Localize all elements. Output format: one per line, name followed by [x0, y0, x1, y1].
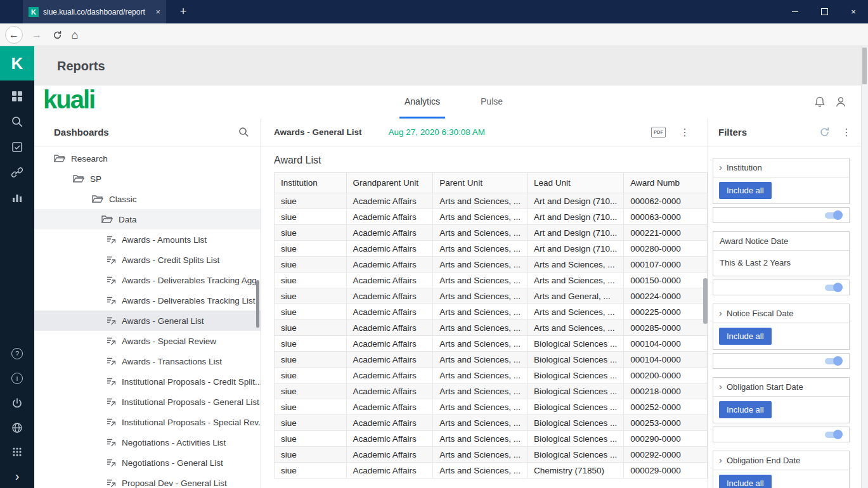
browser-tab[interactable]: K siue.kuali.co/dashboard/report ×	[23, 0, 166, 23]
table-row[interactable]: siueAcademic AffairsArts and Sciences, .…	[275, 241, 708, 257]
tree-item-negotiations-general-list[interactable]: Negotiations - General List	[34, 453, 261, 473]
chevron-right-icon[interactable]: ›	[719, 162, 722, 172]
tab-pulse[interactable]: Pulse	[476, 86, 508, 117]
power-icon[interactable]	[11, 397, 23, 409]
tree-item-institutional-proposals-special-rev[interactable]: Institutional Proposals - Special Rev...	[34, 412, 261, 432]
tree-folder-data[interactable]: Data	[34, 209, 261, 229]
include-all-button[interactable]: Include all	[719, 328, 772, 345]
dashboards-search-icon[interactable]	[238, 127, 249, 138]
tree-item-awards-deliverables-tracking-list[interactable]: Awards - Deliverables Tracking List	[34, 290, 261, 311]
report-menu-icon[interactable]: ⋮	[680, 128, 690, 137]
table-cell: Arts and Sciences, ...	[433, 368, 528, 383]
column-header-award-numb[interactable]: Award Numb	[624, 173, 708, 193]
table-row[interactable]: siueAcademic AffairsArts and Sciences, .…	[275, 273, 708, 288]
expand-rail-icon[interactable]: ›	[15, 470, 20, 482]
kuali-wordmark-logo[interactable]: kuali	[43, 86, 94, 114]
dashboard-icon[interactable]	[11, 91, 23, 102]
tasks-icon[interactable]	[11, 141, 23, 153]
tab-close-icon[interactable]: ×	[155, 7, 160, 16]
include-all-button[interactable]: Include all	[719, 182, 772, 199]
tree-item-institutional-proposals-credit-split[interactable]: Institutional Proposals - Credit Split..…	[34, 371, 261, 392]
chevron-right-icon[interactable]: ›	[719, 454, 722, 465]
column-header-grandparent-unit[interactable]: Grandparent Unit	[346, 173, 433, 193]
filters-menu-icon[interactable]: ⋮	[841, 128, 852, 137]
table-row[interactable]: siueAcademic AffairsArts and Sciences, .…	[275, 399, 708, 415]
person-icon[interactable]	[834, 96, 847, 108]
tree-item-negotiations-activities-list[interactable]: Negotiations - Activities List	[34, 432, 261, 453]
filter-toggle-switch[interactable]	[825, 212, 841, 219]
help-icon[interactable]: ?	[11, 348, 23, 359]
table-row[interactable]: siueAcademic AffairsArts and Sciences, .…	[275, 209, 708, 225]
apps-grid-icon[interactable]	[12, 447, 22, 457]
bell-icon[interactable]	[813, 96, 826, 108]
tree-item-awards-amounts-list[interactable]: Awards - Amounts List	[34, 229, 261, 250]
chevron-right-icon[interactable]: ›	[719, 381, 722, 392]
filters-panel: Filters ⋮ ›InstitutionInclude allAward N…	[708, 119, 868, 488]
filter-section-header[interactable]: ›Obligation Start Date	[713, 378, 849, 397]
home-button[interactable]: ⌂	[66, 26, 84, 44]
forward-button[interactable]: →	[28, 26, 46, 44]
tree-item-awards-general-list[interactable]: Awards - General List	[34, 311, 261, 331]
report-scrollbar-thumb[interactable]	[703, 278, 708, 324]
minimize-button[interactable]	[781, 0, 810, 23]
table-row[interactable]: siueAcademic AffairsArts and Sciences, .…	[275, 288, 708, 304]
tree-item-awards-transactions-list[interactable]: Awards - Transactions List	[34, 351, 261, 371]
include-all-button[interactable]: Include all	[719, 475, 772, 488]
tree-item-institutional-proposals-general-list[interactable]: Institutional Proposals - General List	[34, 392, 261, 412]
new-tab-button[interactable]: +	[175, 3, 191, 20]
table-cell: Academic Affairs	[346, 415, 433, 431]
filter-toggle-switch[interactable]	[825, 432, 841, 438]
column-header-lead-unit[interactable]: Lead Unit	[527, 173, 623, 193]
tree-folder-classic[interactable]: Classic	[34, 189, 261, 209]
search-icon[interactable]	[11, 116, 23, 127]
filter-section-header[interactable]: ›Notice Fiscal Date	[713, 304, 849, 323]
filter-toggle-switch[interactable]	[825, 358, 841, 364]
info-icon[interactable]: i	[11, 373, 23, 384]
filter-section-header[interactable]: ›Institution	[713, 158, 849, 177]
column-header-parent-unit[interactable]: Parent Unit	[433, 173, 528, 193]
tree-folder-sp[interactable]: SP	[34, 169, 261, 189]
kuali-logo-tile[interactable]: K	[0, 46, 34, 80]
report-list-icon	[107, 235, 116, 244]
minimize-icon	[792, 11, 798, 12]
table-row[interactable]: siueAcademic AffairsArts and Sciences, .…	[275, 383, 708, 399]
tab-analytics[interactable]: Analytics	[399, 86, 445, 119]
kuali-favicon-icon: K	[29, 7, 39, 17]
tree-item-awards-credit-splits-list[interactable]: Awards - Credit Splits List	[34, 250, 261, 270]
table-row[interactable]: siueAcademic AffairsArts and Sciences, .…	[275, 336, 708, 352]
chart-icon[interactable]	[11, 192, 23, 203]
table-row[interactable]: siueAcademic AffairsArts and Sciences, .…	[275, 463, 708, 478]
table-row[interactable]: siueAcademic AffairsArts and Sciences, .…	[275, 431, 708, 447]
back-button[interactable]: ←	[5, 26, 23, 44]
table-row[interactable]: siueAcademic AffairsArts and Sciences, .…	[275, 352, 708, 368]
table-row[interactable]: siueAcademic AffairsArts and Sciences, .…	[275, 415, 708, 431]
table-row[interactable]: siueAcademic AffairsArts and Sciences, .…	[275, 368, 708, 383]
table-row[interactable]: siueAcademic AffairsArts and Sciences, .…	[275, 257, 708, 273]
link-icon[interactable]	[11, 167, 23, 178]
tree-folder-research[interactable]: Research	[34, 148, 261, 169]
table-row[interactable]: siueAcademic AffairsArts and Sciences, .…	[275, 193, 708, 209]
include-all-button[interactable]: Include all	[719, 401, 772, 418]
chevron-right-icon[interactable]: ›	[719, 307, 722, 318]
table-row[interactable]: siueAcademic AffairsArts and Sciences, .…	[275, 320, 708, 336]
reload-button[interactable]	[48, 26, 66, 44]
page-scrollbar-thumb[interactable]	[862, 48, 867, 84]
column-header-institution[interactable]: Institution	[275, 173, 347, 193]
dashboards-scrollbar-thumb[interactable]	[256, 280, 259, 328]
table-row[interactable]: siueAcademic AffairsArts and Sciences, .…	[275, 225, 708, 241]
filter-section-header[interactable]: Award Notice Date	[713, 232, 849, 251]
refresh-icon[interactable]	[819, 127, 830, 138]
pdf-export-button[interactable]: PDF	[651, 127, 666, 138]
folder-icon	[54, 154, 65, 163]
tree-item-awards-deliverables-tracking-agg[interactable]: Awards - Deliverables Tracking Agg	[34, 270, 261, 290]
filter-section-header[interactable]: ›Obligation End Date	[713, 451, 849, 470]
page-scrollbar[interactable]	[861, 46, 868, 488]
close-button[interactable]: ×	[839, 0, 868, 23]
globe-icon[interactable]	[11, 422, 23, 433]
maximize-button[interactable]	[810, 0, 839, 23]
tree-item-proposal-dev-general-list[interactable]: Proposal Dev - General List	[34, 473, 261, 488]
filter-toggle-switch[interactable]	[825, 285, 841, 291]
table-row[interactable]: siueAcademic AffairsArts and Sciences, .…	[275, 304, 708, 320]
tree-item-awards-special-review[interactable]: Awards - Special Review	[34, 331, 261, 351]
table-row[interactable]: siueAcademic AffairsArts and Sciences, .…	[275, 447, 708, 463]
